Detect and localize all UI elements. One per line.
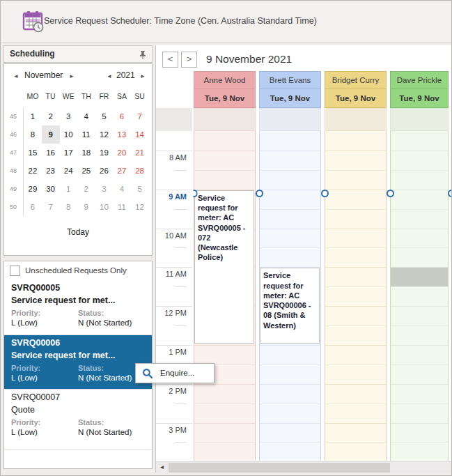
today-button[interactable]: Today — [4, 227, 152, 237]
gridline-half-hour — [391, 286, 448, 287]
calendar-day-cell[interactable]: 12 — [95, 125, 113, 144]
calendar-day-cell[interactable]: 14 — [131, 125, 149, 144]
calendar-week-number: 47 — [6, 144, 20, 162]
calendar-day-cell[interactable]: 17 — [59, 144, 77, 162]
calendar-day-cell[interactable]: 22 — [24, 162, 42, 180]
calendar-day-cell[interactable]: 23 — [42, 162, 60, 180]
calendar-day-cell[interactable]: 10 — [95, 198, 113, 216]
calendar-day-cell[interactable]: 25 — [77, 162, 95, 180]
selection-handle-icon[interactable] — [256, 190, 263, 197]
calendar-day-cell[interactable]: 4 — [77, 107, 95, 125]
scrollbar-thumb[interactable] — [169, 463, 390, 473]
calendar-day-cell[interactable]: 4 — [113, 180, 131, 198]
calendar-day-cell[interactable]: 3 — [95, 180, 113, 198]
calendar-day-cell[interactable]: 7 — [131, 107, 149, 125]
calendar-week-number: 46 — [6, 125, 20, 144]
calendar-day-cell[interactable]: 9 — [77, 198, 95, 216]
horizontal-scrollbar[interactable]: ◄ — [156, 461, 452, 473]
calendar-day-cell[interactable]: 29 — [24, 180, 42, 198]
resource-header-brett-evans[interactable]: Brett Evans — [259, 71, 321, 89]
calendar-clock-icon — [21, 9, 46, 37]
calendar-day-cell[interactable]: 28 — [131, 162, 149, 180]
ruler-hour-line — [156, 345, 192, 346]
calendar-day-cell[interactable]: 26 — [95, 162, 113, 180]
calendar-day-cell[interactable]: 8 — [59, 198, 77, 216]
calendar-day-cell[interactable]: 11 — [113, 198, 131, 216]
calendar-day-cell[interactable]: 19 — [95, 144, 113, 162]
context-menu-item-enquire[interactable]: Enquire... — [136, 364, 214, 383]
calendar-day-cell[interactable]: 6 — [24, 198, 42, 216]
priority-value: L (Low) — [11, 318, 38, 327]
calendar-day-cell[interactable]: 12 — [131, 198, 149, 216]
prev-month-icon[interactable]: ◄ — [13, 73, 19, 79]
gridline-hour — [325, 151, 386, 151]
context-menu-item-label: Enquire... — [160, 364, 194, 383]
calendar-day-cell[interactable]: 21 — [131, 144, 149, 162]
calendar-day-cell[interactable]: 2 — [77, 180, 95, 198]
calendar-day-cell[interactable]: 27 — [113, 162, 131, 180]
prev-year-icon[interactable]: ◄ — [107, 73, 112, 79]
request-list-item[interactable]: SVRQ00005Service request for met...Prior… — [4, 280, 152, 335]
resource-date-header[interactable]: Tue, 9 Nov — [390, 89, 449, 108]
calendar-day-cell[interactable]: 15 — [24, 144, 42, 162]
resource-date-header[interactable]: Tue, 9 Nov — [259, 89, 321, 108]
request-list-item[interactable]: SVRQ00007QuotePriority:Status:L (Low)N (… — [4, 390, 152, 450]
calendar-day-cell[interactable]: 1 — [24, 107, 42, 125]
appointment-block[interactable]: Service request for meter: AC SVRQ00006 … — [260, 268, 320, 344]
resource-header-anne-wood[interactable]: Anne Wood — [194, 71, 256, 89]
gridline-half-hour — [325, 247, 386, 248]
time-label: 10 AM — [156, 231, 187, 240]
calendar-day-cell[interactable]: 30 — [42, 180, 60, 198]
calendar-day-cell[interactable]: 5 — [95, 107, 113, 125]
gridline-half-hour — [391, 247, 448, 248]
resource-column[interactable] — [390, 131, 449, 461]
next-day-button[interactable]: > — [181, 52, 197, 68]
calendar-day-cell[interactable]: 8 — [24, 125, 42, 144]
ruler-hour-line — [156, 151, 192, 151]
resource-date-header[interactable]: Tue, 9 Nov — [194, 89, 256, 108]
calendar-day-cell[interactable]: 11 — [77, 125, 95, 144]
selected-time-cell[interactable] — [391, 268, 448, 286]
calendar-day-cell[interactable]: 18 — [77, 144, 95, 162]
allday-cell[interactable] — [325, 108, 387, 131]
time-label: 11 AM — [156, 270, 187, 278]
next-month-icon[interactable]: ► — [69, 73, 75, 79]
selection-handle-icon[interactable] — [190, 190, 198, 197]
gridline-hour — [325, 229, 386, 229]
calendar-day-cell[interactable]: 20 — [113, 144, 131, 162]
calendar-day-cell[interactable]: 3 — [59, 107, 77, 125]
resource-column[interactable] — [325, 131, 387, 461]
allday-cell[interactable] — [194, 108, 256, 131]
resource-header-dave-prickle[interactable]: Dave Prickle — [390, 71, 449, 89]
allday-cell[interactable] — [259, 108, 321, 131]
gridline-hour — [325, 267, 386, 268]
gridline-half-hour — [391, 364, 448, 365]
unscheduled-filter-checkbox[interactable] — [10, 266, 20, 276]
resource-header-bridget-curry[interactable]: Bridget Curry — [325, 71, 387, 89]
status-label: Status: — [78, 364, 104, 372]
calendar-day-cell[interactable]: 10 — [59, 125, 77, 144]
allday-cell[interactable] — [390, 108, 449, 131]
selection-handle-icon[interactable] — [387, 190, 394, 197]
request-list-item[interactable]: SVRQ00006Service request for met...Prior… — [4, 335, 152, 390]
calendar-day-cell[interactable]: 13 — [113, 125, 131, 144]
request-id: SVRQ00006 — [11, 338, 60, 348]
resource-date-header[interactable]: Tue, 9 Nov — [325, 89, 387, 108]
previous-day-button[interactable]: < — [162, 52, 178, 68]
selection-handle-icon[interactable] — [321, 190, 329, 197]
calendar-day-cell[interactable]: 9 — [42, 125, 60, 144]
calendar-day-cell[interactable]: 16 — [42, 144, 60, 162]
gridline-hour — [391, 229, 448, 229]
calendar-day-cell[interactable]: 24 — [59, 162, 77, 180]
gridline-half-hour — [325, 325, 386, 326]
calendar-day-cell[interactable]: 2 — [42, 107, 60, 125]
window-header: Service Request Scheduler: Time Zone (Ce… — [1, 1, 451, 43]
calendar-day-cell[interactable]: 5 — [131, 180, 149, 198]
calendar-day-cell[interactable]: 1 — [59, 180, 77, 198]
calendar-day-cell[interactable]: 6 — [113, 107, 131, 125]
calendar-day-cell[interactable]: 7 — [42, 198, 60, 216]
next-year-icon[interactable]: ► — [140, 73, 146, 79]
scroll-left-icon[interactable]: ◄ — [156, 462, 168, 473]
gridline-hour — [325, 384, 386, 385]
appointment-block[interactable]: Service request for meter: AC SVRQ00005 … — [194, 190, 254, 344]
